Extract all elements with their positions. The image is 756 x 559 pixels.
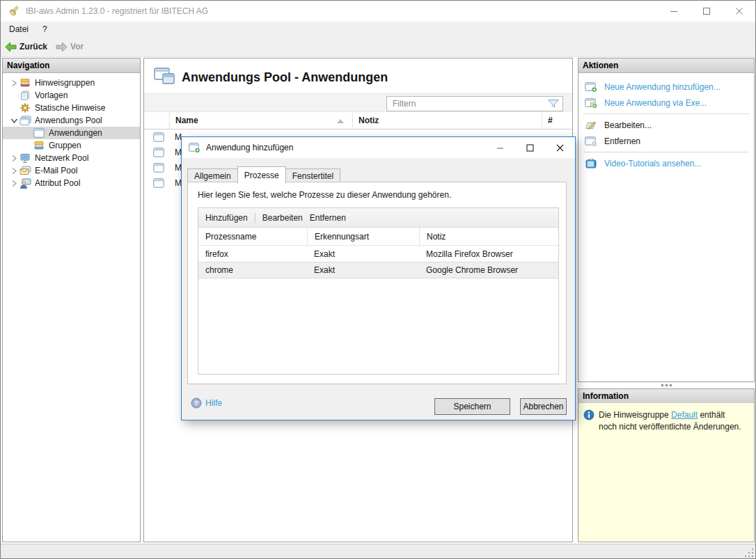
name-column-label: Name xyxy=(175,116,198,125)
chevron-right-icon[interactable] xyxy=(8,165,19,176)
process-remove-button[interactable]: Entfernen xyxy=(310,213,353,223)
action-video-tutorials[interactable]: Video-Tutorials ansehen... xyxy=(578,155,754,171)
remove-icon xyxy=(585,136,598,147)
info-icon xyxy=(583,409,594,420)
action-label: Entfernen xyxy=(604,136,640,146)
nav-item-statische-hinweise[interactable]: Statische Hinweise xyxy=(3,102,140,114)
window-title: IBI-aws Admin 1.23.0 - registriert für I… xyxy=(26,6,208,16)
application-icon xyxy=(153,132,164,142)
dialog-title-bar: Anwendung hinzufügen xyxy=(182,137,575,158)
app-logo-icon xyxy=(8,5,20,17)
erkennungsart-column-header[interactable]: Erkennungsart xyxy=(307,228,419,245)
process-name: firefox xyxy=(198,249,307,259)
email-pool-icon xyxy=(19,165,31,176)
application-icon xyxy=(153,148,164,157)
groups-icon xyxy=(33,140,45,151)
notice-groups-icon xyxy=(19,77,31,88)
maximize-button[interactable] xyxy=(690,1,723,22)
maximize-icon xyxy=(702,7,711,15)
count-column-label: # xyxy=(548,116,553,125)
filter-field[interactable] xyxy=(386,96,563,111)
application-icon xyxy=(153,178,164,188)
actions-separator xyxy=(583,152,749,152)
icon-column-header[interactable] xyxy=(144,112,169,129)
applications-table-header: Name Notiz # xyxy=(144,112,572,129)
save-button[interactable]: Speichern xyxy=(434,398,510,415)
resize-grip[interactable] xyxy=(743,547,753,557)
tab-allgemein[interactable]: Allgemein xyxy=(187,168,238,182)
navigation-tree: Hinweisgruppen Vorlagen xyxy=(3,73,140,189)
actions-header: Aktionen xyxy=(578,58,754,73)
nav-item-hinweisgruppen[interactable]: Hinweisgruppen xyxy=(3,77,140,89)
panel-splitter-handle[interactable] xyxy=(578,382,755,388)
actions-separator xyxy=(583,113,749,114)
nav-item-vorlagen[interactable]: Vorlagen xyxy=(3,89,140,102)
action-edit[interactable]: Bearbeiten... xyxy=(578,117,754,133)
help-icon: ? xyxy=(191,397,202,409)
minimize-button[interactable] xyxy=(657,1,690,22)
actions-panel: Aktionen Neue Anwendung hinzufügen... xyxy=(578,58,755,382)
navigation-panel: Navigation Hinweisgruppen xyxy=(2,58,141,542)
action-remove[interactable]: Entfernen xyxy=(578,133,754,149)
nav-item-label: Netzwerk Pool xyxy=(35,153,88,163)
nav-item-email-pool[interactable]: E-Mail Pool xyxy=(3,164,140,177)
cancel-button[interactable]: Abbrechen xyxy=(520,398,567,415)
tab-fenstertitel[interactable]: Fenstertitel xyxy=(285,168,340,182)
help-link[interactable]: ? Hilfe xyxy=(191,397,222,409)
nav-item-netzwerk-pool[interactable]: Netzwerk Pool xyxy=(3,152,140,164)
information-header: Information xyxy=(578,389,754,404)
sort-ascending-icon xyxy=(337,119,344,123)
forward-button[interactable]: Vor xyxy=(52,38,88,55)
nav-item-anwendungs-pool[interactable]: Anwendungs Pool xyxy=(3,114,140,127)
nav-item-label: Statische Hinweise xyxy=(35,103,105,113)
menu-help[interactable]: ? xyxy=(37,24,53,34)
application-pool-icon xyxy=(19,115,31,126)
prozesse-tab-page: Hier legen Sie fest, welche Prozesse zu … xyxy=(187,182,567,384)
chevron-right-icon[interactable] xyxy=(8,77,19,88)
notiz-column-header[interactable]: Notiz xyxy=(352,112,542,129)
process-row-chrome[interactable]: chrome Exakt Google Chrome Browser xyxy=(198,262,558,278)
action-new-application[interactable]: Neue Anwendung hinzufügen... xyxy=(578,79,754,95)
tab-prozesse[interactable]: Prozesse xyxy=(237,166,286,184)
chevron-right-icon[interactable] xyxy=(8,152,19,164)
process-edit-button[interactable]: Bearbeiten xyxy=(255,213,310,223)
notiz-column-header[interactable]: Notiz xyxy=(419,228,558,245)
dialog-tabs: Allgemein Prozesse Fenstertitel xyxy=(187,168,340,182)
nav-item-anwendungen[interactable]: Anwendungen xyxy=(3,127,140,139)
minimize-icon xyxy=(670,7,678,15)
count-column-header[interactable]: # xyxy=(542,112,572,129)
action-label: Neue Anwendung via Exe... xyxy=(604,98,707,108)
process-row-firefox[interactable]: firefox Exakt Mozilla Firefox Browser xyxy=(198,246,558,262)
add-application-dialog: Anwendung hinzufügen Allgemein Prozesse … xyxy=(181,136,576,420)
notiz-column-label: Notiz xyxy=(359,116,379,125)
forward-arrow-icon xyxy=(56,42,68,52)
dialog-close-button[interactable] xyxy=(545,137,575,158)
dialog-footer: ? Hilfe Speichern Abbrechen xyxy=(182,389,575,421)
nav-item-attribut-pool[interactable]: Attribut Pool xyxy=(3,177,140,189)
menu-bar: Datei ? xyxy=(1,22,755,37)
back-button[interactable]: Zurück xyxy=(1,38,52,55)
process-toolbar: Hinzufügen Bearbeiten Entfernen xyxy=(198,208,558,228)
information-message: Die Hinweisgruppe Default enthält noch n… xyxy=(599,409,741,542)
chevron-right-icon[interactable] xyxy=(8,178,19,189)
dialog-maximize-button[interactable] xyxy=(515,137,545,158)
filter-input[interactable] xyxy=(387,99,547,109)
app-window: IBI-aws Admin 1.23.0 - registriert für I… xyxy=(0,0,756,559)
name-column-header[interactable]: Name xyxy=(169,112,352,129)
action-new-application-via-exe[interactable]: Neue Anwendung via Exe... xyxy=(578,95,754,111)
dialog-minimize-button[interactable] xyxy=(485,137,515,158)
close-button[interactable] xyxy=(723,1,755,22)
process-add-button[interactable]: Hinzufügen xyxy=(198,213,255,223)
prozessname-column-header[interactable]: Prozessname xyxy=(198,228,307,245)
default-group-link[interactable]: Default xyxy=(671,410,698,420)
applications-icon xyxy=(33,127,45,139)
process-name: chrome xyxy=(198,265,307,275)
nav-item-label: E-Mail Pool xyxy=(35,166,77,175)
static-notices-icon xyxy=(19,102,31,113)
close-icon xyxy=(556,144,564,152)
nav-item-gruppen[interactable]: Gruppen xyxy=(3,139,140,152)
filter-funnel-icon[interactable] xyxy=(547,99,560,109)
action-label: Video-Tutorials ansehen... xyxy=(604,159,701,168)
chevron-down-icon[interactable] xyxy=(8,115,19,126)
menu-datei[interactable]: Datei xyxy=(3,24,34,34)
